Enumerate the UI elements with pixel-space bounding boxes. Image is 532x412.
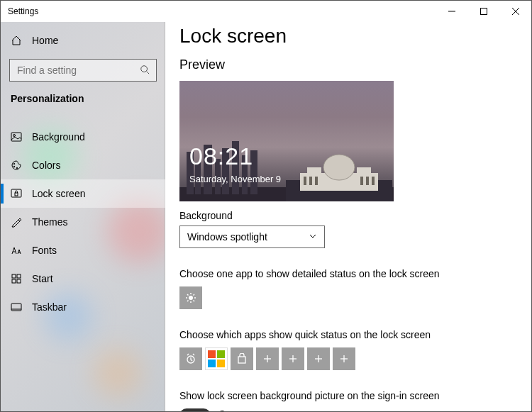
detailed-status-label: Choose one app to show detailed status o… (179, 268, 531, 279)
svg-line-46 (194, 301, 195, 302)
svg-point-40 (189, 296, 193, 300)
themes-icon (11, 216, 22, 228)
quick-status-add-1[interactable] (256, 347, 279, 370)
sidebar-item-start[interactable]: Start (1, 265, 165, 293)
taskbar-icon (11, 301, 22, 313)
sidebar-item-label: Lock screen (32, 188, 85, 199)
svg-line-48 (194, 294, 195, 296)
svg-rect-14 (17, 274, 21, 278)
svg-rect-38 (366, 177, 369, 185)
toggle-state-label: On (218, 409, 233, 411)
detailed-status-app-weather[interactable] (179, 286, 202, 309)
svg-line-5 (147, 72, 150, 74)
chevron-down-icon (309, 231, 317, 243)
svg-rect-50 (238, 357, 245, 363)
svg-rect-37 (360, 177, 363, 185)
svg-rect-13 (12, 274, 16, 278)
svg-rect-12 (15, 193, 18, 196)
minimize-button[interactable] (436, 1, 467, 22)
quick-status-label: Choose which apps show quick status on t… (179, 329, 531, 340)
background-select[interactable]: Windows spotlight (179, 226, 325, 248)
svg-point-10 (16, 167, 18, 169)
lock-screen-icon (11, 188, 22, 199)
close-button[interactable] (499, 1, 531, 22)
sidebar-item-background[interactable]: Background (1, 123, 165, 151)
sidebar-item-colors[interactable]: Colors (1, 151, 165, 179)
quick-status-add-3[interactable] (307, 347, 330, 370)
search-icon (140, 65, 150, 77)
preview-time: 08:21 (189, 143, 253, 170)
svg-rect-39 (372, 177, 375, 185)
sidebar-item-label: Taskbar (32, 301, 67, 313)
svg-rect-15 (12, 279, 16, 283)
sidebar-item-label: Themes (32, 216, 68, 228)
home-button[interactable]: Home (1, 26, 165, 55)
sidebar-item-fonts[interactable]: Fonts (1, 236, 165, 265)
page-title: Lock screen (179, 25, 531, 48)
sidebar-item-taskbar[interactable]: Taskbar (1, 293, 165, 321)
main-panel: Lock screen Preview 08:21 Saturday, Nove… (165, 22, 531, 411)
home-icon (11, 35, 22, 46)
svg-point-7 (13, 135, 16, 137)
svg-rect-30 (307, 167, 321, 174)
preview-heading: Preview (179, 57, 531, 72)
quick-status-app-microsoft[interactable] (205, 347, 228, 370)
svg-point-4 (141, 66, 148, 72)
svg-rect-34 (304, 177, 306, 185)
signin-picture-toggle[interactable] (179, 408, 211, 411)
signin-picture-label: Show lock screen background picture on t… (179, 390, 531, 401)
svg-point-9 (13, 166, 15, 167)
quick-status-app-store[interactable] (231, 347, 253, 370)
svg-rect-35 (309, 177, 312, 185)
lock-screen-preview: 08:21 Saturday, November 9 (179, 81, 394, 201)
sidebar-item-themes[interactable]: Themes (1, 208, 165, 236)
window-title: Settings (8, 6, 38, 16)
svg-rect-31 (357, 167, 371, 174)
preview-date: Saturday, November 9 (189, 174, 281, 184)
svg-rect-6 (11, 133, 21, 141)
quick-status-add-4[interactable] (333, 347, 355, 370)
picture-icon (11, 131, 22, 143)
title-bar: Settings (1, 1, 531, 22)
search-input[interactable] (9, 59, 157, 82)
svg-line-45 (187, 294, 189, 296)
maximize-button[interactable] (467, 1, 499, 22)
quick-status-add-2[interactable] (282, 347, 304, 370)
sidebar-item-label: Start (32, 273, 53, 284)
sidebar-item-label: Background (32, 131, 85, 143)
sidebar-item-label: Colors (32, 160, 60, 171)
quick-status-app-alarms[interactable] (179, 347, 202, 370)
background-label: Background (179, 210, 531, 221)
home-label: Home (32, 35, 58, 46)
svg-line-47 (187, 301, 189, 302)
background-select-value: Windows spotlight (187, 231, 267, 243)
sidebar-item-lock-screen[interactable]: Lock screen (1, 179, 165, 208)
microsoft-logo-icon (208, 350, 225, 367)
start-icon (11, 273, 22, 284)
svg-rect-1 (480, 9, 487, 15)
fonts-icon (11, 245, 22, 256)
svg-rect-36 (315, 177, 318, 185)
sidebar: Home Personalization Background Colors L… (1, 22, 165, 411)
palette-icon (11, 160, 22, 171)
svg-rect-16 (17, 279, 21, 283)
section-heading: Personalization (1, 82, 165, 110)
sidebar-item-label: Fonts (32, 245, 57, 256)
svg-point-8 (13, 163, 15, 165)
